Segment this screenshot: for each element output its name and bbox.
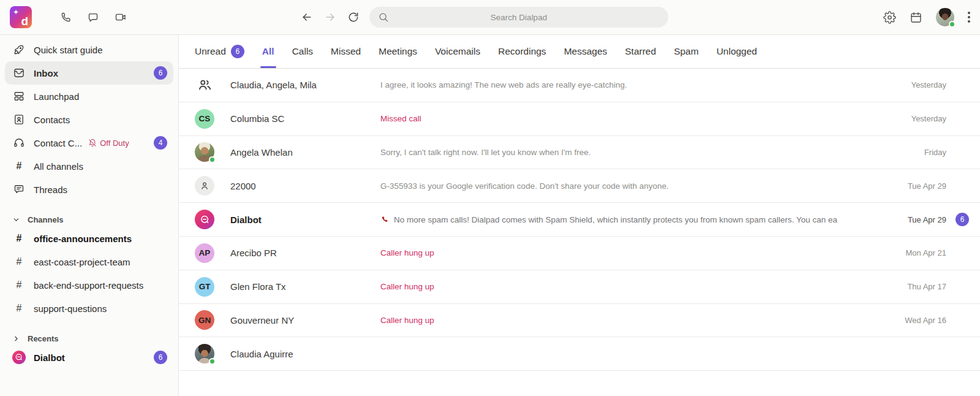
search-input[interactable] — [369, 7, 668, 28]
presence-indicator — [209, 156, 216, 163]
hash-icon: # — [12, 303, 26, 314]
sidebar-item-launchpad[interactable]: Launchpad — [5, 85, 173, 108]
unread-count-badge: 6 — [154, 351, 167, 364]
sidebar-channel-back-end-support-requests[interactable]: # back-end-support-requests — [5, 273, 173, 297]
count-badge: 4 — [154, 136, 167, 150]
sidebar-item-threads[interactable]: Threads — [5, 178, 173, 201]
tab-unread-badge: 6 — [231, 45, 244, 58]
sidebar-item-label: Inbox — [34, 68, 58, 78]
search-bar[interactable] — [369, 7, 668, 28]
conversation-row[interactable]: GN Gouverneur NY Caller hung up Wed Apr … — [179, 304, 980, 338]
top-bar: ✦ d — [0, 0, 980, 35]
video-icon[interactable] — [114, 11, 127, 23]
sidebar-channel-east-coast-project-team[interactable]: # east-coast-project-team — [5, 250, 173, 273]
timestamp: Thu Apr 17 — [907, 282, 946, 291]
sparkle-icon: ✦ — [13, 9, 19, 16]
hash-icon: # — [12, 161, 26, 172]
refresh-button[interactable] — [347, 11, 360, 23]
conversation-row[interactable]: Claudia Aguirre — [179, 337, 980, 371]
tab-unlogged[interactable]: Unlogged — [717, 35, 757, 68]
person-avatar-icon — [195, 176, 214, 196]
conversation-name: Dialbot — [230, 215, 380, 225]
message-preview: Caller hung up — [380, 316, 895, 325]
tab-starred[interactable]: Starred — [625, 35, 656, 68]
hash-icon: # — [12, 233, 26, 244]
overflow-menu-icon[interactable] — [968, 12, 970, 23]
section-label: Recents — [28, 334, 59, 343]
initials-avatar: GN — [195, 310, 214, 330]
tab-voicemails[interactable]: Voicemails — [435, 35, 480, 68]
message-preview: Sorry, I can't talk right now. I'll let … — [380, 148, 914, 157]
recents-section-header[interactable]: Recents — [0, 331, 178, 346]
conversation-name: 22000 — [230, 181, 380, 191]
back-button[interactable] — [301, 11, 313, 23]
tab-meetings[interactable]: Meetings — [379, 35, 417, 68]
presence-indicator — [949, 21, 956, 28]
phone-icon[interactable] — [60, 11, 72, 23]
hash-icon: # — [12, 256, 26, 267]
tab-unread[interactable]: Unread 6 — [195, 35, 244, 68]
sidebar-item-contact-center[interactable]: Contact C... Off Duty 4 — [5, 131, 173, 154]
forward-button[interactable] — [324, 11, 336, 23]
timestamp: Mon Apr 21 — [906, 248, 947, 257]
sidebar-item-all-channels[interactable]: # All channels — [5, 154, 173, 178]
off-duty-status: Off Duty — [88, 139, 129, 148]
chevron-down-icon — [12, 216, 20, 224]
conversation-row[interactable]: GT Glen Flora Tx Caller hung up Thu Apr … — [179, 270, 980, 304]
sidebar-item-inbox[interactable]: Inbox 6 — [5, 61, 173, 85]
tab-recordings[interactable]: Recordings — [498, 35, 546, 68]
sidebar-item-label: All channels — [34, 161, 83, 172]
unread-count-badge: 6 — [154, 66, 167, 80]
sidebar-item-contacts[interactable]: Contacts — [5, 108, 173, 131]
sidebar-item-label: Launchpad — [34, 91, 79, 102]
settings-gear-icon[interactable] — [883, 11, 896, 24]
sidebar-channel-support-questions[interactable]: # support-questions — [5, 297, 173, 320]
sidebar-item-quick-start-guide[interactable]: Quick start guide — [5, 38, 173, 61]
message-preview: Caller hung up — [380, 282, 897, 291]
conversation-name: Angela Whelan — [230, 147, 380, 158]
conversation-name: Arecibo PR — [230, 248, 380, 258]
tab-calls[interactable]: Calls — [292, 35, 313, 68]
conversation-row[interactable]: Angela Whelan Sorry, I can't talk right … — [179, 136, 980, 170]
section-label: Channels — [28, 215, 64, 224]
tab-all[interactable]: All — [262, 35, 274, 68]
message-preview: I agree, it looks amazing! The new web a… — [380, 80, 902, 89]
initials-avatar: CS — [195, 109, 214, 129]
presence-indicator — [209, 358, 216, 365]
timestamp: Yesterday — [911, 114, 946, 123]
channel-label: office-announcements — [34, 234, 132, 244]
conversation-row[interactable]: AP Arecibo PR Caller hung up Mon Apr 21 — [179, 237, 980, 270]
conversation-name: Glen Flora Tx — [230, 281, 380, 292]
sidebar-channel-office-announcements[interactable]: # office-announcements — [5, 227, 173, 250]
initials-avatar: GT — [195, 277, 214, 297]
launchpad-icon — [12, 90, 26, 102]
tab-missed[interactable]: Missed — [331, 35, 361, 68]
dialbot-logo-icon — [12, 351, 26, 364]
rocket-icon — [12, 44, 26, 56]
conversation-row[interactable]: 22000 G-355933 is your Google verificati… — [179, 169, 980, 203]
channels-section-header[interactable]: Channels — [0, 212, 178, 227]
sidebar-item-label: Dialbot — [34, 352, 65, 363]
conversation-row[interactable]: Claudia, Angela, Mila I agree, it looks … — [179, 69, 980, 102]
chat-icon[interactable] — [87, 11, 99, 23]
user-avatar[interactable] — [936, 8, 954, 26]
sidebar-item-dialbot[interactable]: Dialbot 6 — [5, 346, 173, 369]
timestamp: Wed Apr 16 — [905, 316, 946, 325]
status-label: Off Duty — [100, 139, 129, 148]
sidebar-item-label: Contacts — [34, 115, 70, 125]
tab-messages[interactable]: Messages — [564, 35, 608, 68]
conversation-row[interactable]: CS Columbia SC Missed call Yesterday — [179, 102, 980, 136]
message-preview: Missed call — [380, 114, 902, 123]
dialpad-logo[interactable]: ✦ d — [10, 6, 32, 28]
calendar-icon[interactable] — [910, 11, 922, 24]
hash-icon: # — [12, 280, 26, 291]
message-preview: G-355933 is your Google verification cod… — [380, 181, 898, 191]
bell-off-icon — [88, 139, 97, 147]
dialbot-avatar-icon — [195, 210, 214, 229]
conversation-row[interactable]: Dialbot No more spam calls! Dialpad come… — [179, 203, 980, 237]
group-avatar-icon — [195, 75, 214, 95]
message-preview: Caller hung up — [380, 248, 896, 257]
conversation-list: Claudia, Angela, Mila I agree, it looks … — [179, 69, 980, 396]
tab-spam[interactable]: Spam — [674, 35, 699, 68]
threads-icon — [12, 183, 26, 196]
